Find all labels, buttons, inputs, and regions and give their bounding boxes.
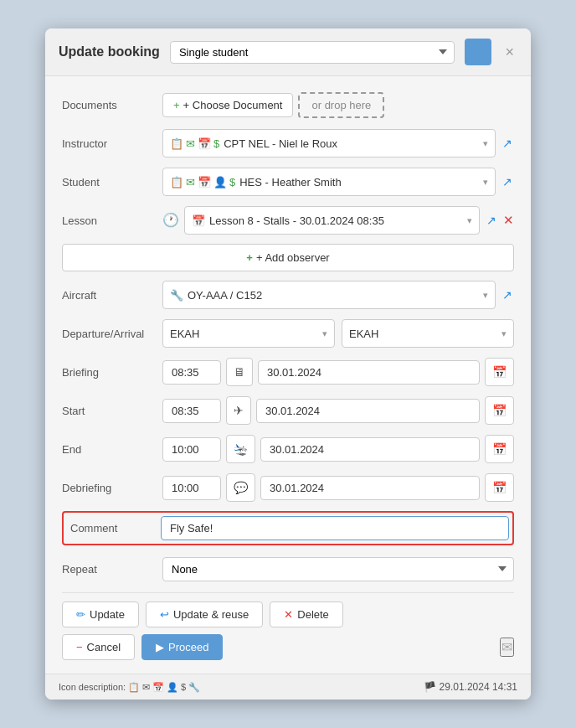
briefing-time-icon-button[interactable]: 🖥	[226, 358, 253, 386]
color-picker-button[interactable]	[465, 39, 491, 65]
delete-x-icon: ✕	[284, 608, 293, 621]
end-time-icon-button[interactable]: 🛬	[226, 435, 255, 463]
arrival-arrow[interactable]: ▾	[501, 328, 507, 339]
add-observer-plus: +	[246, 251, 253, 264]
footer-icon-wrench: 🔧	[188, 682, 200, 693]
end-date-value: 30.01.2024	[270, 443, 324, 456]
student-value: HES - Heather Smith	[239, 176, 479, 188]
departure-arrival-label: Departure/Arrival	[62, 328, 162, 340]
footer-icon-email: ✉	[142, 682, 150, 693]
update-button[interactable]: ✏ Update	[62, 602, 139, 627]
close-button[interactable]: ×	[501, 41, 517, 63]
debriefing-date-field[interactable]: 30.01.2024	[260, 476, 480, 500]
mail-button[interactable]: ✉	[500, 638, 514, 657]
student-row: Student 📋 ✉ 📅 👤 $ HES - Heather Smith ▾ …	[62, 167, 514, 197]
debriefing-time-field[interactable]: 10:00	[162, 476, 221, 500]
start-cal-icon: 📅	[492, 404, 507, 417]
footer-icon-description-label: Icon description:	[59, 682, 126, 692]
end-calendar-button[interactable]: 📅	[485, 435, 514, 463]
lesson-clear-button[interactable]: ✕	[503, 213, 514, 228]
end-plane-land-icon: 🛬	[234, 442, 248, 456]
aircraft-external-link[interactable]: ↗	[501, 287, 514, 303]
comment-row: Comment	[62, 511, 514, 545]
start-date-field[interactable]: 30.01.2024	[256, 399, 480, 423]
end-cal-icon: 📅	[492, 442, 507, 456]
lesson-content: 🕐 📅 Lesson 8 - Stalls - 30.01.2024 08:35…	[162, 206, 514, 235]
update-pencil-icon: ✏	[76, 608, 85, 621]
arrival-value: EKAH	[349, 328, 378, 340]
footer-icon-calendar: 📅	[152, 682, 164, 693]
briefing-cal-icon: 📅	[492, 365, 507, 379]
drop-zone[interactable]: or drop here	[298, 92, 384, 118]
instructor-field[interactable]: 📋 ✉ 📅 $ CPT NEL - Niel le Roux ▾	[162, 129, 496, 157]
briefing-time-value: 08:35	[172, 366, 199, 379]
lesson-field[interactable]: 📅 Lesson 8 - Stalls - 30.01.2024 08:35 ▾	[184, 206, 480, 235]
end-time-field[interactable]: 10:00	[162, 437, 221, 462]
instructor-dropdown-arrow[interactable]: ▾	[483, 138, 488, 149]
briefing-time-field[interactable]: 08:35	[162, 360, 221, 385]
student-icons: 📋 ✉ 📅 👤 $	[170, 177, 235, 188]
briefing-screen-icon: 🖥	[234, 365, 245, 379]
briefing-calendar-button[interactable]: 📅	[485, 358, 514, 386]
lesson-dropdown-arrow[interactable]: ▾	[467, 215, 472, 226]
student-dropdown-arrow[interactable]: ▾	[483, 177, 488, 188]
arrival-field[interactable]: EKAH ▾	[342, 319, 514, 348]
lesson-row: Lesson 🕐 📅 Lesson 8 - Stalls - 30.01.202…	[62, 205, 514, 235]
aircraft-dropdown-arrow[interactable]: ▾	[483, 290, 488, 301]
briefing-date-value: 30.01.2024	[267, 366, 321, 379]
aircraft-field[interactable]: 🔧 OY-AAA / C152 ▾	[162, 281, 496, 309]
end-row: End 10:00 🛬 30.01.2024 📅	[62, 434, 514, 464]
departure-arrow[interactable]: ▾	[322, 328, 327, 339]
student-field[interactable]: 📋 ✉ 📅 👤 $ HES - Heather Smith ▾	[162, 168, 496, 196]
departure-field[interactable]: EKAH ▾	[162, 319, 335, 348]
debriefing-label: Debriefing	[62, 482, 162, 494]
comment-input[interactable]	[161, 516, 509, 540]
instructor-external-link[interactable]: ↗	[501, 135, 514, 152]
briefing-time-date: 08:35 🖥 30.01.2024 📅	[162, 358, 514, 386]
student-type-select[interactable]: Single student	[170, 41, 455, 64]
lesson-label: Lesson	[62, 214, 162, 227]
debriefing-content: 10:00 💬 30.01.2024 📅	[162, 473, 514, 502]
start-time-icon-button[interactable]: ✈	[226, 396, 251, 425]
calendar-icon: 📅	[198, 138, 211, 149]
instructor-row: Instructor 📋 ✉ 📅 $ CPT NEL - Niel le Rou…	[62, 128, 514, 158]
update-label: Update	[90, 608, 125, 621]
modal-title: Update booking	[59, 44, 160, 59]
proceed-label: Proceed	[168, 641, 208, 653]
student-content: 📋 ✉ 📅 👤 $ HES - Heather Smith ▾ ↗	[162, 168, 514, 196]
lesson-external-link[interactable]: ↗	[485, 212, 498, 229]
end-time-value: 10:00	[172, 443, 199, 456]
repeat-label: Repeat	[62, 563, 162, 576]
student-dollar-icon: $	[229, 177, 235, 188]
debriefing-chat-icon: 💬	[234, 481, 248, 494]
cancel-button[interactable]: − Cancel	[62, 634, 135, 660]
end-date-field[interactable]: 30.01.2024	[260, 437, 480, 462]
add-observer-button[interactable]: + + Add observer	[62, 244, 514, 271]
end-label: End	[62, 443, 162, 456]
debriefing-calendar-button[interactable]: 📅	[485, 473, 514, 502]
bottom-buttons: − Cancel ▶ Proceed	[62, 634, 223, 660]
briefing-content: 08:35 🖥 30.01.2024 📅	[162, 358, 514, 386]
briefing-date-field[interactable]: 30.01.2024	[258, 360, 480, 385]
debriefing-time-value: 10:00	[172, 482, 199, 494]
start-calendar-button[interactable]: 📅	[485, 396, 514, 425]
update-reuse-label: Update & reuse	[173, 608, 249, 621]
delete-label: Delete	[297, 608, 329, 621]
choose-document-button[interactable]: + + Choose Document	[162, 93, 293, 117]
start-row: Start 08:35 ✈ 30.01.2024 📅	[62, 395, 514, 426]
aircraft-label: Aircraft	[62, 289, 162, 302]
footer-icon-description: Icon description: 📋 ✉ 📅 👤 $ 🔧	[59, 682, 200, 693]
debriefing-time-icon-button[interactable]: 💬	[226, 473, 255, 502]
repeat-select[interactable]: None Daily Weekly Monthly	[162, 557, 514, 581]
update-reuse-button[interactable]: ↩ Update & reuse	[146, 602, 263, 627]
student-external-link[interactable]: ↗	[501, 173, 514, 190]
proceed-button[interactable]: ▶ Proceed	[141, 634, 223, 660]
start-date-value: 30.01.2024	[265, 405, 320, 417]
start-time-field[interactable]: 08:35	[162, 399, 221, 423]
lesson-value: Lesson 8 - Stalls - 30.01.2024 08:35	[209, 214, 463, 227]
aircraft-content: 🔧 OY-AAA / C152 ▾ ↗	[162, 281, 514, 309]
clock-icon: 🕐	[162, 214, 179, 227]
student-person-icon: 👤	[213, 177, 227, 188]
delete-button[interactable]: ✕ Delete	[270, 602, 343, 627]
footer-date: 🏴 29.01.2024 14:31	[424, 681, 517, 693]
